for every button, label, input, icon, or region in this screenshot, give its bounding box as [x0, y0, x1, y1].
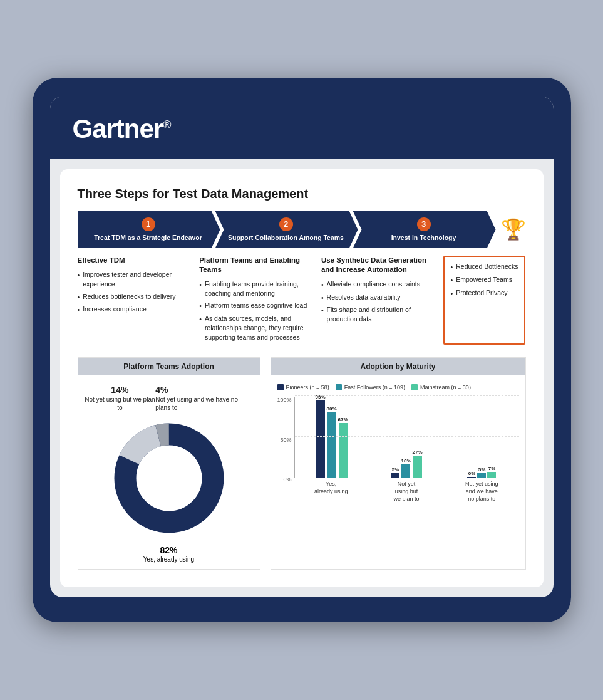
- bar-chart-body: Pioneers (n = 58) Fast Followers (n = 10…: [271, 375, 525, 509]
- col-2-bullet-1: • Enabling teams provide training, coach…: [199, 279, 315, 298]
- bar-ms-1: 67%: [338, 417, 348, 478]
- tablet-screen: Gartner® Three Steps for Test Data Manag…: [50, 97, 554, 598]
- bar-rect: [391, 473, 399, 478]
- bar-ff-3: 5%: [477, 467, 486, 478]
- col-2: Platform Teams and Enabling Teams • Enab…: [199, 256, 321, 345]
- bullet-dot: •: [321, 293, 324, 303]
- donut-chart-title: Platform Teams Adoption: [78, 358, 260, 375]
- donut-label-82: 82% Yes, already using: [143, 545, 194, 563]
- bar-legend: Pioneers (n = 58) Fast Followers (n = 10…: [277, 384, 519, 390]
- legend-color-mainstream: [411, 384, 418, 390]
- col-1: Effective TDM • Improves tester and deve…: [78, 256, 200, 345]
- col-3-header: Use Synthetic Data Generation and Increa…: [321, 256, 437, 274]
- bar-groups: 95% 80% 67%: [294, 397, 519, 478]
- bar-ff-2: 16%: [401, 458, 411, 478]
- bullet-dot: •: [78, 271, 80, 280]
- col-1-bullet-2: • Reduces bottlenecks to delivery: [78, 292, 193, 302]
- bar-rect: [413, 456, 422, 478]
- step-1-label: Treat TDM as a Strategic Endeavor: [94, 234, 202, 243]
- step-2: 2 Support Collaboration Among Teams: [215, 211, 358, 249]
- bar-groups-wrap: 95% 80% 67%: [294, 397, 519, 503]
- bar-rect: [487, 472, 496, 478]
- page-title: Three Steps for Test Data Management: [78, 187, 526, 201]
- step-2-number: 2: [279, 217, 293, 231]
- bar-ms-2: 27%: [413, 449, 423, 478]
- bullet-dot: •: [78, 293, 80, 302]
- bullet-dot: •: [199, 280, 202, 290]
- logo-text: Gartner: [73, 114, 163, 144]
- bar-chart-panel: Adoption by Maturity Pioneers (n = 58) F…: [271, 357, 526, 570]
- bar-x-labels: Yes,already using Not yetusing butwe pla…: [294, 478, 519, 503]
- legend-mainstream: Mainstream (n = 30): [411, 384, 471, 390]
- bar-x-label-3: Not yet usingand we haveno plans to: [447, 478, 516, 503]
- result-bullet-3: • Protected Privacy: [451, 288, 518, 298]
- bullet-dot: •: [199, 315, 202, 324]
- grid-line-50: [295, 436, 519, 437]
- bullet-columns: Effective TDM • Improves tester and deve…: [78, 256, 526, 345]
- col-1-header: Effective TDM: [78, 256, 193, 265]
- bar-rect: [316, 400, 325, 478]
- col-2-bullet-3: • As data sources, models, and relations…: [199, 314, 315, 342]
- step-1: 1 Treat TDM as a Strategic Endeavor: [78, 211, 220, 249]
- charts-section: Platform Teams Adoption 14% Not yet usin…: [78, 357, 526, 570]
- donut-label-4: 4% Not yet using and we have no plans to: [155, 384, 253, 412]
- bullet-dot: •: [451, 289, 453, 298]
- bar-ms-3: 7%: [487, 466, 496, 478]
- bar-rect: [327, 412, 336, 478]
- content-area: Three Steps for Test Data Management 1 T…: [60, 169, 544, 588]
- bar-group-3: 0% 5% 7%: [448, 466, 517, 478]
- step-3: 3 Invest in Technology: [353, 211, 496, 249]
- donut-chart-body: 14% Not yet using but we plan to 4% Not …: [78, 375, 260, 569]
- donut-container: 14% Not yet using but we plan to 4% Not …: [85, 384, 254, 563]
- tablet-device: Gartner® Three Steps for Test Data Manag…: [33, 78, 571, 623]
- col-2-header: Platform Teams and Enabling Teams: [199, 256, 315, 274]
- bullet-dot: •: [78, 305, 80, 315]
- legend-color-pioneers: [277, 384, 284, 390]
- step-1-number: 1: [142, 217, 155, 231]
- step-2-label: Support Collaboration Among Teams: [228, 234, 344, 243]
- bar-rect: [467, 477, 476, 478]
- gartner-logo: Gartner®: [73, 114, 531, 144]
- bar-group-2: 5% 16% 27%: [373, 449, 441, 478]
- donut-chart-panel: Platform Teams Adoption 14% Not yet usin…: [78, 357, 260, 570]
- grid-line-100: [295, 395, 519, 396]
- col-1-bullet-1: • Improves tester and developer experien…: [78, 270, 193, 288]
- bullet-dot: •: [321, 280, 324, 290]
- col-3: Use Synthetic Data Generation and Increa…: [321, 256, 443, 345]
- col-3-bullet-2: • Resolves data availability: [321, 293, 437, 303]
- bar-x-label-2: Not yetusing butwe plan to: [372, 478, 441, 503]
- bar-chart-title: Adoption by Maturity: [271, 358, 525, 375]
- col-1-bullet-3: • Increases compliance: [78, 305, 193, 315]
- steps-row: 1 Treat TDM as a Strategic Endeavor 2 Su…: [78, 211, 526, 249]
- legend-fast-followers: Fast Followers (n = 109): [336, 384, 405, 390]
- step-3-label: Invest in Technology: [391, 234, 456, 243]
- result-bullet-2: • Empowered Teams: [451, 275, 518, 285]
- bullet-dot: •: [451, 263, 453, 272]
- header-bar: Gartner®: [50, 97, 554, 159]
- legend-pioneers: Pioneers (n = 58): [277, 384, 329, 390]
- bullet-dot: •: [451, 276, 453, 285]
- bar-chart-area: 100% 50% 0%: [277, 397, 519, 503]
- step-3-number: 3: [417, 217, 431, 231]
- bullet-dot: •: [321, 306, 324, 315]
- trophy-icon: 🏆: [501, 217, 526, 241]
- result-bullet-1: • Reduced Bottlenecks: [451, 262, 518, 272]
- legend-color-fast-followers: [336, 384, 342, 390]
- donut-svg: [106, 415, 232, 541]
- bar-pioneers-3: 0%: [467, 471, 476, 478]
- bar-rect: [339, 423, 348, 478]
- bar-rect: [477, 473, 486, 478]
- bar-pioneers-2: 5%: [391, 467, 399, 478]
- donut-label-14: 14% Not yet using but we plan to: [85, 384, 156, 412]
- bar-y-axis: 100% 50% 0%: [277, 397, 292, 503]
- bar-ff-1: 80%: [327, 406, 337, 478]
- bar-rect: [401, 464, 410, 478]
- col-3-bullet-1: • Alleviate compliance constraints: [321, 279, 437, 290]
- bar-x-label-1: Yes,already using: [297, 478, 366, 503]
- result-box: • Reduced Bottlenecks • Empowered Teams …: [443, 256, 526, 345]
- bullet-dot: •: [199, 301, 202, 311]
- donut-center: [137, 446, 202, 511]
- logo-reg: ®: [163, 118, 170, 131]
- col-3-bullet-3: • Fits shape and distribution of product…: [321, 305, 437, 323]
- col-2-bullet-2: • Platform teams ease cognitive load: [199, 301, 315, 311]
